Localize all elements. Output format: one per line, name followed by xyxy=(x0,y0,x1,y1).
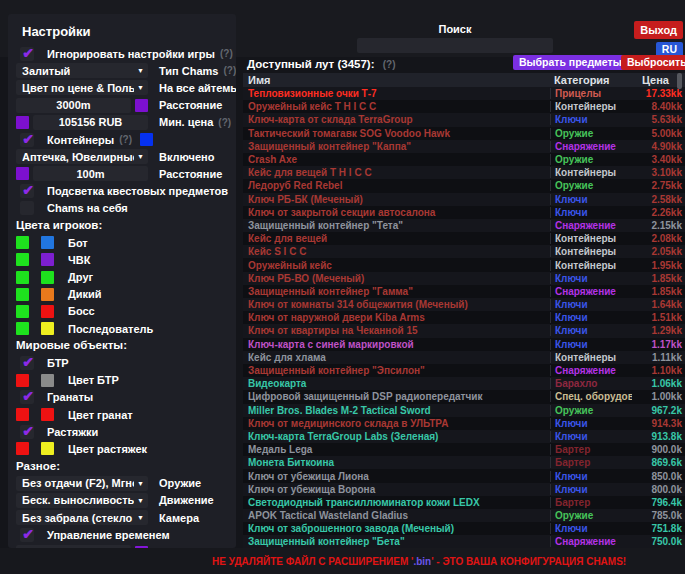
settings-row: Без отдачи (F2), Мгновенное п▼Оружие xyxy=(8,475,236,492)
loot-help-icon: (?) xyxy=(383,59,396,70)
table-row[interactable]: Медаль LegaБартер900.0k xyxy=(243,443,685,456)
table-row[interactable]: Ключ от убежища ЛионаКлючи850.0k xyxy=(243,469,685,482)
table-row[interactable]: Кейс для вещейКонтейнеры2.08kk xyxy=(243,232,685,245)
table-row[interactable]: Тепловизионные очки Т-7Прицелы17.33kk xyxy=(243,87,685,100)
table-row[interactable]: Ключ от наружной двери Kiba ArmsКлючи1.5… xyxy=(243,311,685,324)
color-swatch-primary[interactable] xyxy=(16,288,29,301)
table-row[interactable]: Ключ от квартиры на Чеканной 15Ключи1.29… xyxy=(243,324,685,337)
color-swatch-primary[interactable] xyxy=(16,374,29,387)
table-row[interactable]: Ключ от комнаты 314 общежития (Меченый)К… xyxy=(243,298,685,311)
table-row[interactable]: Ключ от медицинского склада в УЛЬТРАКлюч… xyxy=(243,417,685,430)
settings-row: Беск. выносливость и нет уста▼Движение xyxy=(8,492,236,509)
value-input[interactable]: 3000m xyxy=(16,98,131,113)
table-row[interactable]: Ключ-карта от склада TerraGroupКлючи5.63… xyxy=(243,113,685,126)
table-row[interactable]: Ключ РБ-БК (Меченый)Ключи2.58kk xyxy=(243,193,685,206)
checkbox[interactable]: ✔ xyxy=(20,184,34,198)
color-swatch-primary[interactable] xyxy=(16,442,29,455)
item-name: Ключ от наружной двери Kiba Arms xyxy=(243,312,550,323)
item-category: Ключи xyxy=(550,325,632,336)
table-row[interactable]: Защищенный контейнер "Гамма"Снаряжение1.… xyxy=(243,285,685,298)
table-row[interactable]: Miller Bros. Blades M-2 Tactical SwordОр… xyxy=(243,404,685,417)
column-name-header: Имя xyxy=(243,74,550,86)
settings-row: ✔Растяжки xyxy=(8,423,236,440)
checkbox[interactable]: ✔ xyxy=(20,528,34,542)
color-swatch[interactable] xyxy=(16,116,29,129)
item-category: Прицелы xyxy=(550,88,632,99)
table-row[interactable]: Кейс для вещей T H I C CКонтейнеры3.10kk xyxy=(243,166,685,179)
table-row[interactable]: Светодиодный трансиллюминатор кожи LEDXБ… xyxy=(243,496,685,509)
item-name: Ледоруб Red Rebel xyxy=(243,180,550,191)
item-price: 8.40kk xyxy=(632,101,685,112)
dropdown[interactable]: Залитый▼ xyxy=(16,63,148,78)
table-row[interactable]: Ключ от закрытой секции автосалонаКлючи2… xyxy=(243,206,685,219)
table-row[interactable]: Оружейный кейс T H I C CКонтейнеры8.40kk xyxy=(243,100,685,113)
table-row[interactable]: Кейс для хламаКонтейнеры1.11kk xyxy=(243,351,685,364)
item-price: 913.8k xyxy=(632,431,685,442)
checkbox[interactable] xyxy=(20,201,34,215)
table-row[interactable]: Защищенный контейнер "Тета"Снаряжение2.1… xyxy=(243,219,685,232)
color-swatch-secondary[interactable] xyxy=(41,288,54,301)
color-swatch-secondary[interactable] xyxy=(41,442,54,455)
table-row[interactable]: Ледоруб Red RebelОружие2.75kk xyxy=(243,179,685,192)
color-swatch-primary[interactable] xyxy=(16,322,29,335)
help-icon: (?) xyxy=(220,48,233,59)
exit-button[interactable]: Выход xyxy=(634,21,683,39)
color-swatch-primary[interactable] xyxy=(16,408,29,421)
dropdown[interactable]: Без забрала (стекло шлема)▼ xyxy=(16,510,148,525)
setting-label: БТР xyxy=(47,357,69,369)
color-swatch-secondary[interactable] xyxy=(41,236,54,249)
table-row[interactable]: Ключ от заброшенного завода (Меченый)Клю… xyxy=(243,522,685,535)
dropdown[interactable]: Цвет по цене & Пользовательс▼ xyxy=(16,80,148,95)
table-row[interactable]: Ключ от убежища ВоронаКлючи800.0k xyxy=(243,483,685,496)
table-row[interactable]: Кейс S I C CКонтейнеры2.05kk xyxy=(243,245,685,258)
table-row[interactable]: Защищенный контейнер "Каппа"Снаряжение4.… xyxy=(243,140,685,153)
checkbox[interactable]: ✔ xyxy=(20,133,34,147)
search-input[interactable] xyxy=(357,38,553,53)
color-swatch-primary[interactable] xyxy=(16,236,29,249)
dropdown[interactable]: Беск. выносливость и нет уста▼ xyxy=(16,493,148,508)
item-price: 750.0k xyxy=(632,536,685,547)
table-row[interactable]: Ключ-карта TerraGroup Labs (Зеленая)Ключ… xyxy=(243,430,685,443)
color-swatch[interactable] xyxy=(140,133,153,146)
checkbox[interactable]: ✔ xyxy=(20,390,34,404)
checkbox[interactable]: ✔ xyxy=(20,425,34,439)
dropdown[interactable]: Без отдачи (F2), Мгновенное п▼ xyxy=(16,476,148,491)
settings-row: ✔Подсветка квестовых предметов xyxy=(8,183,236,200)
dropdown[interactable]: Аптечка, Ювелирные и...▼ xyxy=(16,149,148,164)
item-price: 1.11kk xyxy=(632,352,685,363)
table-row[interactable]: Оружейный кейсКонтейнеры1.95kk xyxy=(243,258,685,271)
checkbox[interactable]: ✔ xyxy=(20,356,34,370)
color-swatch-secondary[interactable] xyxy=(41,408,54,421)
table-scrollbar-thumb[interactable] xyxy=(677,73,682,89)
table-row[interactable]: Защищенный контейнер "Эпсилон"Снаряжение… xyxy=(243,364,685,377)
color-swatch-secondary[interactable] xyxy=(41,253,54,266)
color-swatch-secondary[interactable] xyxy=(41,271,54,284)
color-swatch-primary[interactable] xyxy=(16,253,29,266)
settings-row: Друг xyxy=(8,268,236,285)
table-row[interactable]: Защищенный контейнер "Бета"Снаряжение750… xyxy=(243,535,685,548)
color-swatch[interactable] xyxy=(135,99,148,112)
setting-label: Гранаты xyxy=(47,391,93,403)
color-swatch-secondary[interactable] xyxy=(41,322,54,335)
setting-label: Цвет БТР xyxy=(68,374,119,386)
drop-all-button[interactable]: Выбросить все xyxy=(621,55,685,70)
table-row[interactable]: APOK Tactical Wasteland GladiusОружие785… xyxy=(243,509,685,522)
table-row[interactable]: Ключ-карта с синей маркировкойКлючи1.17k… xyxy=(243,338,685,351)
table-row[interactable]: Монета БиткоинаБартер869.6k xyxy=(243,456,685,469)
value-input[interactable]: 100m xyxy=(33,166,148,181)
table-row[interactable]: Тактический томагавк SOG Voodoo HawkОруж… xyxy=(243,127,685,140)
color-swatch-primary[interactable] xyxy=(16,271,29,284)
color-swatch[interactable] xyxy=(16,167,29,180)
value-input[interactable]: 105156 RUB xyxy=(33,115,148,130)
table-row[interactable]: Ключ РБ-ВО (Меченый)Ключи1.85kk xyxy=(243,272,685,285)
item-name: Защищенный контейнер "Бета" xyxy=(243,536,550,547)
item-name: Оружейный кейс xyxy=(243,260,550,271)
item-name: Светодиодный трансиллюминатор кожи LEDX xyxy=(243,497,550,508)
color-swatch-primary[interactable] xyxy=(16,305,29,318)
color-swatch-secondary[interactable] xyxy=(41,374,54,387)
color-swatch-secondary[interactable] xyxy=(41,305,54,318)
checkbox[interactable]: ✔ xyxy=(20,47,34,61)
table-row[interactable]: ВидеокартаБарахло1.06kk xyxy=(243,377,685,390)
table-row[interactable]: Цифровой защищенный DSP радиопередатчикС… xyxy=(243,390,685,403)
table-row[interactable]: Crash AxeОружие3.40kk xyxy=(243,153,685,166)
